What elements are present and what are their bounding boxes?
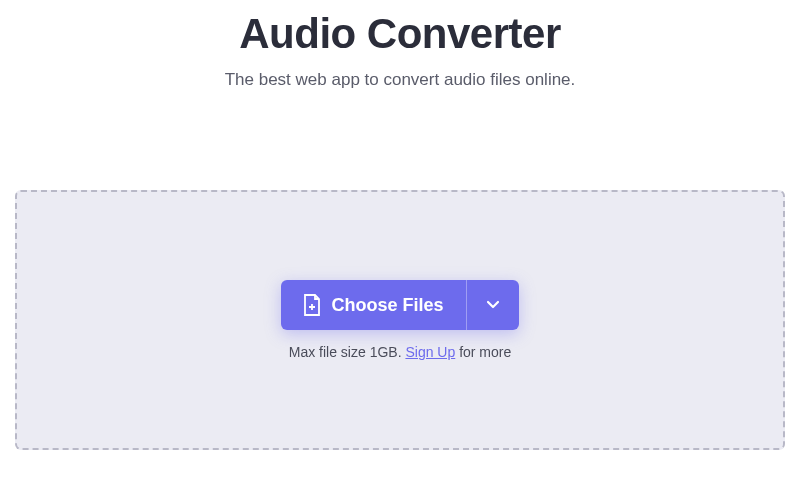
page-title: Audio Converter bbox=[239, 10, 561, 58]
hint-suffix: for more bbox=[455, 344, 511, 360]
page-container: Audio Converter The best web app to conv… bbox=[0, 0, 800, 500]
page-subtitle: The best web app to convert audio files … bbox=[225, 70, 576, 90]
file-size-hint: Max file size 1GB. Sign Up for more bbox=[289, 344, 512, 360]
choose-files-button[interactable]: Choose Files bbox=[281, 280, 465, 330]
choose-files-label: Choose Files bbox=[331, 295, 443, 316]
signup-link[interactable]: Sign Up bbox=[405, 344, 455, 360]
chevron-down-icon bbox=[485, 296, 501, 315]
file-add-icon bbox=[303, 294, 321, 316]
hint-prefix: Max file size 1GB. bbox=[289, 344, 406, 360]
file-dropzone[interactable]: Choose Files Max file size 1GB. Sign Up … bbox=[15, 190, 785, 450]
choose-files-dropdown-button[interactable] bbox=[466, 280, 519, 330]
choose-files-button-group: Choose Files bbox=[281, 280, 518, 330]
